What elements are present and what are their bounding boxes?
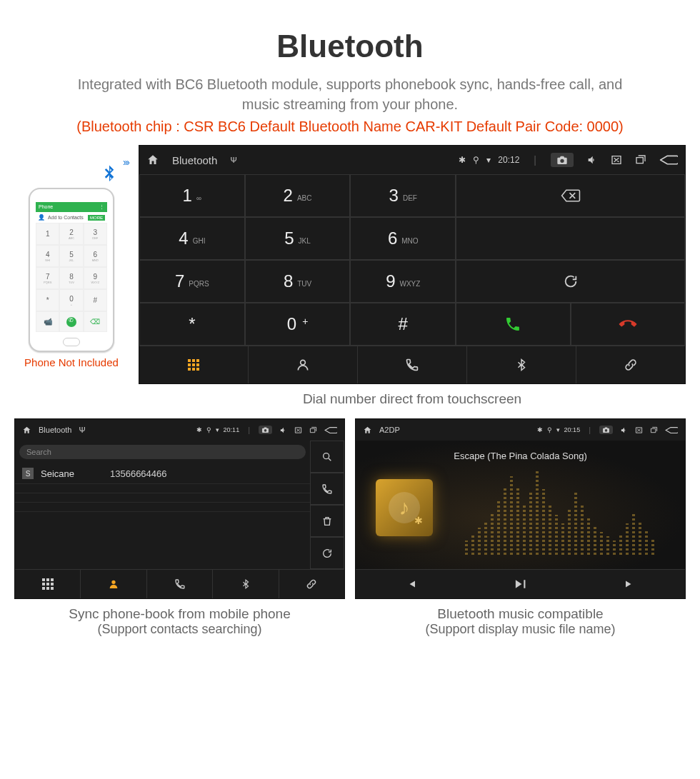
- phone-key-9: 9WXYZ: [84, 267, 107, 289]
- tab-call-log[interactable]: [358, 346, 467, 383]
- empty-row: [15, 493, 310, 503]
- phone-header-menu-icon: ⋮: [99, 204, 104, 210]
- phone-videocall-icon: 📹: [36, 311, 59, 332]
- bt-status-icon: ✱: [196, 426, 202, 433]
- empty-row: [15, 503, 310, 512]
- svg-point-0: [324, 453, 329, 458]
- recents-icon[interactable]: [650, 426, 658, 434]
- tab-bt-devices[interactable]: [467, 346, 576, 383]
- dial-key-6[interactable]: 6 MNO: [350, 217, 456, 260]
- visualizer: [449, 469, 671, 555]
- phone-key-6: 6MNO: [84, 245, 107, 267]
- tab-contacts[interactable]: [249, 346, 358, 383]
- a2dp-statusbar: A2DP ✱ ⚲ ▾ 20:15 |: [356, 419, 685, 441]
- blank-cell: [456, 217, 685, 260]
- action-search[interactable]: [310, 441, 344, 473]
- page-subtitle: Integrated with BC6 Bluetooth module, su…: [14, 74, 686, 114]
- volume-icon[interactable]: [279, 426, 287, 434]
- dial-key-0[interactable]: 0+: [245, 303, 351, 346]
- dial-key-9[interactable]: 9 WXYZ: [350, 260, 456, 303]
- back-icon[interactable]: [665, 426, 678, 434]
- volume-icon[interactable]: [586, 154, 598, 166]
- camera-icon[interactable]: [259, 426, 272, 434]
- close-icon[interactable]: [294, 426, 302, 434]
- gps-status-icon: ⚲: [473, 155, 479, 165]
- page-meta: (Bluetooth chip : CSR BC6 Default Blueto…: [14, 119, 686, 135]
- backspace-button[interactable]: [456, 174, 685, 217]
- page-title: Bluetooth: [14, 29, 686, 64]
- song-title: Escape (The Pina Colada Song): [356, 451, 685, 461]
- phone-add-label: Add to Contacts: [48, 215, 84, 220]
- play-pause-button[interactable]: [466, 570, 576, 598]
- phonebook-caption-2: (Support contacts searching): [14, 622, 345, 637]
- dial-key-#[interactable]: #: [350, 303, 456, 346]
- statusbar-title: A2DP: [379, 426, 400, 434]
- dial-key-8[interactable]: 8 TUV: [245, 260, 351, 303]
- action-delete[interactable]: [310, 505, 344, 537]
- home-icon[interactable]: [363, 426, 372, 435]
- dial-key-4[interactable]: 4 GHI: [139, 217, 245, 260]
- phone-home-button: [63, 338, 80, 346]
- dial-key-3[interactable]: 3 DEF: [350, 174, 456, 217]
- prev-track-button[interactable]: [356, 570, 466, 598]
- phone-caption: Phone Not Included: [14, 356, 129, 368]
- tab-dialpad[interactable]: [15, 570, 81, 598]
- bt-status-icon: ✱: [537, 426, 543, 433]
- gps-status-icon: ⚲: [547, 426, 552, 433]
- back-icon[interactable]: [324, 426, 337, 434]
- next-track-button[interactable]: [575, 570, 685, 598]
- usb-icon: Ψ: [79, 426, 85, 434]
- call-button[interactable]: [456, 303, 570, 346]
- dial-key-*[interactable]: *: [139, 303, 245, 346]
- tab-contacts[interactable]: [81, 570, 146, 598]
- wifi-status-icon: ▾: [216, 426, 219, 433]
- music-note-icon: ♪: [399, 496, 410, 520]
- phone-add-more: MORE: [88, 215, 105, 221]
- hangup-button[interactable]: [571, 303, 685, 346]
- dial-key-2[interactable]: 2 ABC: [245, 174, 351, 217]
- phone-bt-signal-icon: ›››: [123, 156, 129, 168]
- dial-key-1[interactable]: 1 ∞: [139, 174, 245, 217]
- dialpad-icon: [42, 578, 54, 590]
- tab-dialpad[interactable]: [139, 346, 249, 383]
- recents-icon[interactable]: [635, 154, 646, 166]
- close-icon[interactable]: [611, 154, 622, 166]
- camera-icon[interactable]: [599, 426, 613, 434]
- tab-call-log[interactable]: [147, 570, 213, 598]
- gps-status-icon: ⚲: [206, 426, 211, 433]
- redial-button[interactable]: [456, 260, 685, 303]
- phone-header-left: Phone: [39, 204, 53, 210]
- empty-row: [15, 484, 310, 493]
- contact-row[interactable]: S Seicane 13566664466: [15, 463, 310, 484]
- home-icon[interactable]: [146, 154, 159, 166]
- contact-name: Seicane: [41, 468, 74, 479]
- clock: 20:11: [224, 426, 240, 433]
- close-icon[interactable]: [635, 426, 643, 434]
- camera-icon[interactable]: [551, 153, 574, 167]
- home-icon[interactable]: [22, 426, 31, 435]
- tab-pair[interactable]: [279, 570, 344, 598]
- dialer-caption: Dial number direct from touchscreen: [139, 391, 686, 407]
- phone-key-*: *: [36, 289, 59, 311]
- phone-key-5: 5JKL: [59, 245, 83, 267]
- dial-key-7[interactable]: 7 PQRS: [139, 260, 245, 303]
- wifi-status-icon: ▾: [486, 155, 491, 165]
- phone-key-4: 4GHI: [36, 245, 59, 267]
- tab-pair[interactable]: [576, 346, 685, 383]
- back-icon[interactable]: [659, 154, 678, 166]
- volume-icon[interactable]: [620, 426, 628, 434]
- tab-bt-devices[interactable]: [213, 570, 279, 598]
- phone-key-0: 0+: [59, 289, 83, 311]
- phone-key-7: 7PQRS: [36, 267, 59, 289]
- bt-status-icon: ✱: [459, 155, 466, 165]
- action-refresh[interactable]: [310, 537, 344, 569]
- recents-icon[interactable]: [309, 426, 317, 434]
- search-input[interactable]: Search: [19, 445, 306, 459]
- dial-key-5[interactable]: 5 JKL: [245, 217, 351, 260]
- a2dp-caption-2: (Support display music file name): [355, 622, 686, 637]
- phone-key-1: 1: [36, 223, 59, 245]
- wifi-status-icon: ▾: [556, 426, 560, 433]
- contact-badge: S: [22, 468, 34, 479]
- action-call[interactable]: [310, 473, 344, 505]
- clock: 20:12: [498, 155, 519, 165]
